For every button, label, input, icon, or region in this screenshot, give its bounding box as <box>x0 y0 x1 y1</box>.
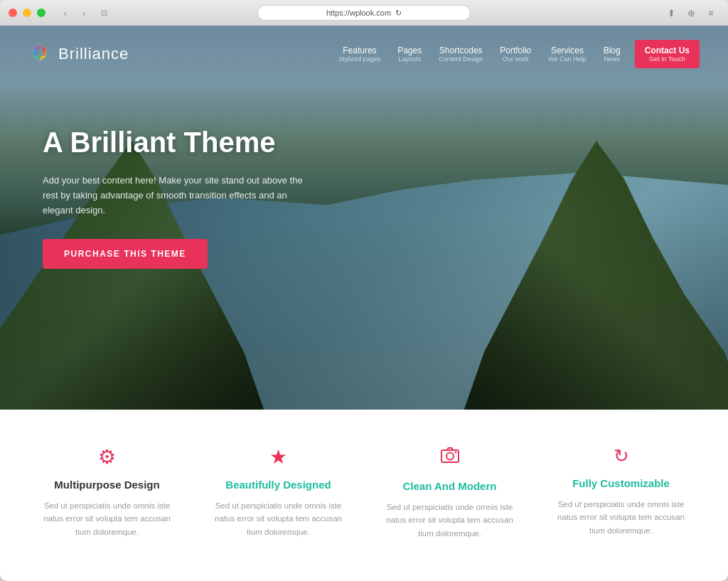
feature-title-multipurpose: Multipurpose Design <box>54 479 159 491</box>
forward-button[interactable]: › <box>75 6 92 19</box>
gear-icon: ⚙ <box>98 445 116 469</box>
mac-titlebar: ‹ › ⊡ https://wplook.com ↻ ⬆ ⊕ ≡ <box>0 0 728 26</box>
address-bar[interactable]: https://wplook.com ↻ <box>257 5 471 21</box>
nav-item-shortcodes[interactable]: Shortcodes Content Design <box>432 43 490 65</box>
nav-contact-button[interactable]: Contact Us Get In Touch <box>635 40 700 68</box>
nav-label-shortcodes: Shortcodes <box>439 46 483 55</box>
browser-right-buttons: ⬆ ⊕ ≡ <box>663 6 719 19</box>
svg-point-2 <box>446 453 454 460</box>
nav-label-blog: Blog <box>604 46 621 55</box>
nav-label-portfolio: Portfolio <box>500 46 531 55</box>
nav-label-pages: Pages <box>397 46 422 55</box>
refresh-icon[interactable]: ↻ <box>395 9 402 18</box>
star-icon: ★ <box>269 445 287 469</box>
feature-clean: Clean And Modern Sed ut perspiciatis und… <box>371 445 528 540</box>
bookmark-button[interactable]: ⊕ <box>682 6 700 19</box>
site-content: Brilliance Features Stylized pages Pages… <box>0 26 728 581</box>
feature-desc-multipurpose: Sed ut perspiciatis unde omnis iste natu… <box>36 499 178 538</box>
nav-item-portfolio[interactable]: Portfolio Our work <box>493 43 538 65</box>
nav-item-pages[interactable]: Pages Layouts <box>390 43 429 65</box>
browser-nav-buttons: ‹ › <box>57 6 92 19</box>
features-section: ⚙ Multipurpose Design Sed ut perspiciati… <box>0 410 728 568</box>
minimize-button[interactable] <box>23 9 31 17</box>
hero-description: Add your best content here! Make your si… <box>43 174 313 218</box>
mac-window-controls <box>9 9 46 17</box>
nav-label-contact: Contact Us <box>645 46 690 55</box>
nav-sub-features: Stylized pages <box>339 55 381 63</box>
maximize-button[interactable] <box>37 9 46 17</box>
refresh-icon: ↻ <box>614 445 629 467</box>
nav-label-features: Features <box>343 46 376 55</box>
feature-desc-customizable: Sed ut perspiciatis unde omnis iste natu… <box>550 498 692 537</box>
nav-item-services[interactable]: Services We Can Help <box>541 43 593 65</box>
camera-icon <box>440 445 460 470</box>
logo[interactable]: Brilliance <box>28 43 129 65</box>
share-button[interactable]: ⬆ <box>663 6 680 19</box>
nav-label-services: Services <box>551 46 584 55</box>
feature-customizable: ↻ Fully Customizable Sed ut perspiciatis… <box>542 445 700 540</box>
nav-sub-pages: Layouts <box>398 55 421 63</box>
feature-multipurpose: ⚙ Multipurpose Design Sed ut perspiciati… <box>28 445 186 540</box>
menu-button[interactable]: ≡ <box>702 6 719 19</box>
navbar: Brilliance Features Stylized pages Pages… <box>0 26 728 82</box>
url-text: https://wplook.com <box>326 9 391 17</box>
feature-desc-clean: Sed ut perspiciatis unde omnis iste natu… <box>378 501 521 540</box>
hero-section: Brilliance Features Stylized pages Pages… <box>0 26 728 410</box>
nav-sub-contact: Get In Touch <box>645 55 690 63</box>
feature-title-customizable: Fully Customizable <box>572 477 670 489</box>
back-button[interactable]: ‹ <box>57 6 74 19</box>
svg-point-3 <box>454 452 456 454</box>
nav-sub-shortcodes: Content Design <box>439 55 483 63</box>
logo-text: Brilliance <box>58 45 129 63</box>
nav-sub-blog: News <box>604 55 620 63</box>
hero-title: A Brilliant Theme <box>43 125 313 159</box>
close-button[interactable] <box>9 9 17 17</box>
logo-icon <box>28 43 51 65</box>
nav-links: Features Stylized pages Pages Layouts Sh… <box>332 40 700 68</box>
nav-sub-services: We Can Help <box>548 55 586 63</box>
nav-sub-portfolio: Our work <box>503 55 529 63</box>
cta-button[interactable]: PURCHASE THIS THEME <box>43 239 208 269</box>
mac-window: ‹ › ⊡ https://wplook.com ↻ ⬆ ⊕ ≡ <box>0 0 728 581</box>
feature-title-beautifully: Beautifully Designed <box>225 479 331 491</box>
feature-desc-beautifully: Sed ut perspiciatis unde omnis iste natu… <box>207 499 350 538</box>
nav-item-blog[interactable]: Blog News <box>596 43 628 65</box>
hero-content: A Brilliant Theme Add your best content … <box>0 82 355 297</box>
feature-title-clean: Clean And Modern <box>403 480 497 492</box>
feature-beautifully: ★ Beautifully Designed Sed ut perspiciat… <box>200 445 357 540</box>
nav-item-features[interactable]: Features Stylized pages <box>332 43 388 65</box>
tab-button[interactable]: ⊡ <box>95 6 112 19</box>
